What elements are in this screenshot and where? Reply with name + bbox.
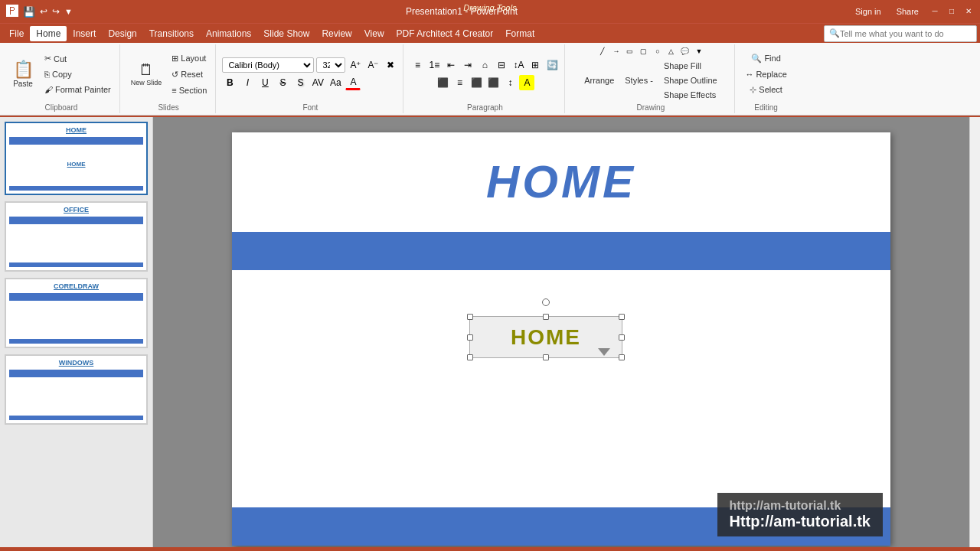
change-case-button[interactable]: Aa (328, 75, 343, 90)
char-spacing-button[interactable]: AV (310, 75, 325, 90)
clear-format-button[interactable]: ✖ (383, 57, 398, 73)
strikethrough-button[interactable]: S (275, 75, 290, 90)
paste-label: Paste (13, 80, 33, 88)
shape-fill-button[interactable]: Shape Fill (660, 59, 721, 73)
menu-item-slideshow[interactable]: Slide Show (257, 26, 315, 41)
highlight-button[interactable]: A (519, 75, 534, 90)
font-name-select[interactable]: Calibri (Body) (222, 57, 314, 73)
convert-smartart-button[interactable]: 🔄 (544, 57, 560, 73)
slide-thumb-1[interactable]: 1 HOME HOME (5, 122, 148, 195)
menu-item-pdfarchitect[interactable]: PDF Architect 4 Creator (390, 26, 500, 41)
slide-1-content: HOME (9, 145, 143, 183)
font-color-button[interactable]: A (345, 75, 361, 90)
share-button[interactable]: Share (892, 5, 923, 18)
handle-tl[interactable] (467, 314, 473, 320)
decrease-font-button[interactable]: A⁻ (365, 57, 381, 73)
italic-button[interactable]: I (240, 75, 255, 90)
copy-icon: ⎘ (44, 70, 50, 79)
selected-object[interactable]: HOME (469, 316, 622, 358)
slide-1-title: HOME (9, 126, 143, 134)
cut-label: Cut (54, 54, 67, 64)
paste-button[interactable]: 📋 Paste (8, 57, 38, 91)
menu-item-view[interactable]: View (358, 26, 390, 41)
smartart-button[interactable]: ⌂ (477, 57, 492, 73)
menu-item-insert[interactable]: Insert (67, 26, 102, 41)
restore-button[interactable]: □ (946, 5, 957, 16)
increase-font-button[interactable]: A⁺ (348, 57, 363, 73)
shape-effects-button[interactable]: Shape Effects (660, 88, 721, 102)
triangle-tool[interactable]: △ (665, 46, 678, 57)
menu-item-animations[interactable]: Animations (200, 26, 257, 41)
copy-button[interactable]: ⎘ Copy (41, 67, 115, 81)
arrange-button[interactable]: Arrange (580, 73, 618, 87)
align-right-button[interactable]: ⬛ (469, 75, 484, 90)
select-button[interactable]: ⊹ Select (746, 83, 786, 97)
font-size-select[interactable]: 32 (316, 57, 345, 73)
slide-thumb-4[interactable]: 4 WINDOWS (5, 354, 148, 425)
justify-button[interactable]: ⬛ (485, 75, 501, 90)
decrease-indent-button[interactable]: ⇤ (443, 57, 459, 73)
slide-canvas[interactable]: HOME HOME (232, 132, 890, 546)
rounded-rect-tool[interactable]: ▢ (638, 46, 650, 57)
search-input[interactable] (840, 29, 972, 38)
text-shadow-button[interactable]: S (292, 75, 308, 90)
quick-styles-button[interactable]: Styles - (621, 73, 657, 87)
handle-br[interactable] (619, 354, 625, 360)
handle-ml[interactable] (467, 334, 473, 341)
slide-thumb-3[interactable]: 3 CORELDRAW (5, 278, 148, 348)
oval-tool[interactable]: ○ (652, 46, 664, 57)
quick-save-icon[interactable]: 💾 (23, 6, 35, 18)
underline-button[interactable]: U (257, 75, 273, 90)
shape-outline-button[interactable]: Shape Outline (660, 73, 721, 87)
undo-icon[interactable]: ↩ (40, 6, 47, 17)
handle-bm[interactable] (543, 354, 549, 360)
new-slide-button[interactable]: 🗒 New Slide (126, 58, 167, 90)
text-direction-button[interactable]: ↕A (511, 57, 526, 73)
handle-bl[interactable] (467, 354, 473, 360)
clipboard-content: 📋 Paste ✂ Cut ⎘ Copy 🖌 (8, 46, 115, 102)
menu-item-review[interactable]: Review (315, 26, 358, 41)
slide-4-bottom-bar (9, 416, 143, 420)
search-bar[interactable]: 🔍 (824, 25, 977, 42)
cut-button[interactable]: ✂ Cut (41, 51, 115, 66)
section-button[interactable]: ≡ Section (168, 83, 211, 97)
align-left-button[interactable]: ⬛ (435, 75, 450, 90)
handle-tr[interactable] (619, 314, 625, 320)
align-text-button[interactable]: ⊞ (528, 57, 543, 73)
format-painter-button[interactable]: 🖌 Format Painter (41, 83, 115, 96)
callout-tool[interactable]: 💬 (679, 46, 691, 57)
columns-button[interactable]: ⊟ (494, 57, 509, 73)
handle-mr[interactable] (619, 334, 625, 341)
menu-item-design[interactable]: Design (102, 26, 142, 41)
signin-button[interactable]: Sign in (851, 5, 886, 18)
more-icon[interactable]: ▼ (64, 7, 73, 16)
line-spacing-button[interactable]: ↕ (502, 75, 518, 90)
slide-thumb-2[interactable]: 2 OFFICE (5, 201, 148, 272)
bullets-button[interactable]: ≡ (410, 57, 425, 73)
line-tool[interactable]: ╱ (596, 46, 609, 57)
bold-button[interactable]: B (222, 75, 237, 90)
more-shapes[interactable]: ▼ (693, 46, 705, 57)
replace-button[interactable]: ↔ Replace (741, 67, 790, 81)
handle-tm[interactable] (543, 314, 549, 320)
arrow-tool[interactable]: → (610, 46, 622, 57)
menu-item-transitions[interactable]: Transitions (143, 26, 200, 41)
reset-button[interactable]: ↺ Reset (168, 67, 211, 82)
rect-tool[interactable]: ▭ (624, 46, 636, 57)
find-button[interactable]: 🔍 Find (747, 51, 784, 66)
redo-icon[interactable]: ↪ (52, 6, 60, 17)
close-button[interactable]: ✕ (963, 5, 974, 16)
rotate-handle[interactable] (542, 298, 550, 306)
numbering-button[interactable]: 1≡ (426, 57, 442, 73)
minimize-button[interactable]: ─ (929, 5, 940, 16)
cut-icon: ✂ (44, 54, 51, 64)
menu-item-home[interactable]: Home (30, 26, 67, 41)
menu-item-file[interactable]: File (3, 26, 30, 41)
align-center-button[interactable]: ≡ (452, 75, 467, 90)
increase-indent-button[interactable]: ⇥ (460, 57, 475, 73)
right-scrollbar[interactable] (969, 117, 980, 547)
menu-item-format[interactable]: Format (499, 26, 541, 41)
title-bar-left: 🅿 💾 ↩ ↪ ▼ (6, 5, 73, 18)
layout-button[interactable]: ⊞ Layout (168, 51, 211, 66)
drawing-content: ╱ → ▭ ▢ ○ △ 💬 ▼ Arrange Styles - Shape F… (580, 46, 721, 102)
